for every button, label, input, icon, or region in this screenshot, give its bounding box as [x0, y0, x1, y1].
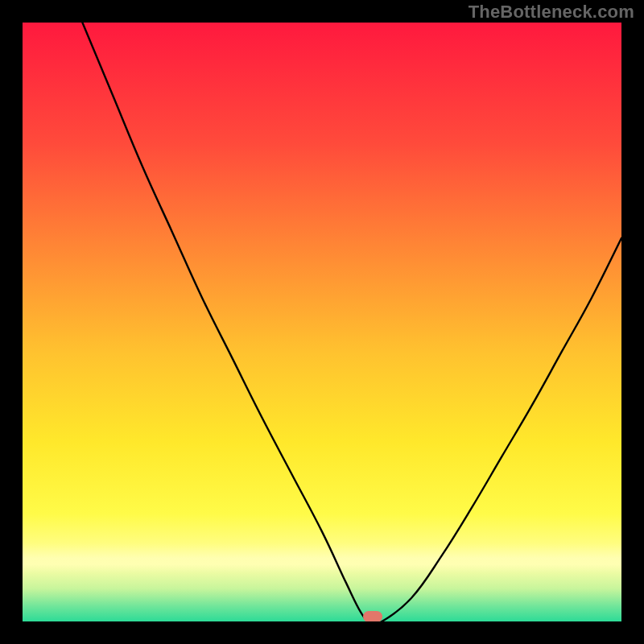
optimal-marker: [363, 611, 382, 621]
bottleneck-curve-path: [82, 23, 621, 621]
plot-area: [23, 23, 621, 621]
watermark-text: TheBottleneck.com: [469, 2, 634, 23]
chart-frame: TheBottleneck.com: [0, 0, 644, 644]
curve-svg: [23, 23, 621, 621]
